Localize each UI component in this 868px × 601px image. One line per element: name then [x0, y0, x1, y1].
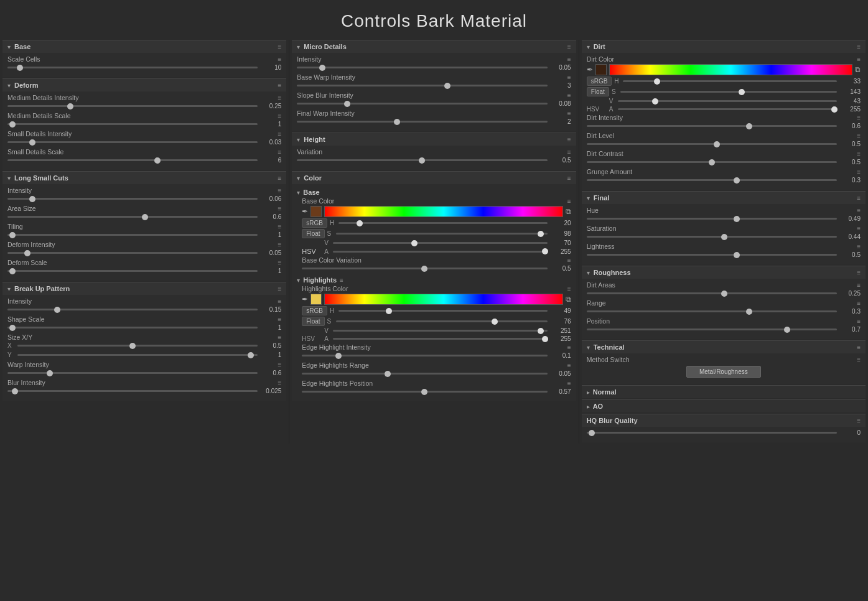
bup-x-track[interactable]	[17, 344, 258, 348]
menu-icon[interactable]: ≡	[278, 380, 281, 386]
menu-icon[interactable]: ≡	[567, 175, 571, 182]
menu-icon[interactable]: ≡	[567, 110, 571, 117]
menu-icon[interactable]: ≡	[340, 277, 343, 284]
dirt-v-track[interactable]	[618, 100, 837, 103]
section-dirt-header[interactable]: ▾ Dirt ≡	[582, 40, 866, 53]
medium-details-intensity-track[interactable]	[7, 105, 258, 108]
menu-icon[interactable]: ≡	[567, 136, 571, 143]
eyedropper-icon[interactable]: ✒	[302, 295, 308, 304]
menu-icon[interactable]: ≡	[567, 286, 571, 292]
menu-icon[interactable]: ≡	[857, 269, 861, 276]
hl-h-track[interactable]	[338, 309, 548, 313]
bup-y-track[interactable]	[17, 353, 258, 357]
menu-icon[interactable]: ≡	[278, 149, 281, 156]
dirt-float-button[interactable]: Float	[587, 87, 609, 96]
section-deform-header[interactable]: ▾ Deform ≡	[2, 78, 286, 91]
md-fwi-track[interactable]	[297, 120, 547, 124]
menu-icon[interactable]: ≡	[567, 92, 571, 99]
base-color-variation-track[interactable]	[302, 267, 547, 271]
dirt-srgb-button[interactable]: sRGB	[587, 77, 612, 86]
saturation-track[interactable]	[587, 235, 837, 239]
hue-track[interactable]	[587, 217, 837, 221]
section-long-small-cuts-header[interactable]: ▾ Long Small Cuts ≡	[2, 171, 286, 184]
lsc-deform-scale-track[interactable]	[7, 269, 258, 273]
grunge-amount-track[interactable]	[587, 179, 837, 182]
section-final-header[interactable]: ▾ Final ≡	[582, 191, 866, 204]
medium-details-scale-track[interactable]	[7, 123, 258, 126]
base-color-swatch[interactable]	[310, 206, 322, 217]
bup-warp-track[interactable]	[7, 371, 258, 375]
srgb-button[interactable]: sRGB	[302, 218, 327, 228]
hl-srgb-button[interactable]: sRGB	[302, 306, 327, 315]
menu-icon[interactable]: ≡	[278, 187, 281, 194]
section-hq-blur-header[interactable]: HQ Blur Quality ≡	[582, 414, 866, 427]
menu-icon[interactable]: ≡	[278, 259, 281, 266]
ehp-track[interactable]	[302, 390, 547, 394]
menu-icon[interactable]: ≡	[857, 300, 861, 307]
menu-icon[interactable]: ≡	[857, 225, 861, 232]
eyedropper-icon[interactable]: ✒	[587, 65, 593, 74]
section-micro-details-header[interactable]: ▾ Micro Details ≡	[292, 40, 576, 53]
md-intensity-track[interactable]	[297, 66, 547, 70]
menu-icon[interactable]: ≡	[857, 356, 861, 363]
section-ao-header[interactable]: ▸ AO	[582, 399, 866, 412]
dirt-a-track[interactable]	[618, 108, 837, 111]
menu-icon[interactable]: ≡	[278, 334, 281, 341]
base-v-track[interactable]	[333, 241, 547, 245]
base-h-track[interactable]	[338, 221, 548, 225]
hl-s-track[interactable]	[336, 320, 548, 324]
section-color-header[interactable]: ▾ Color ≡	[292, 171, 576, 184]
copy-icon[interactable]: ⧉	[566, 207, 571, 216]
hl-v-track[interactable]	[333, 329, 547, 333]
lsc-intensity-track[interactable]	[7, 197, 258, 201]
menu-icon[interactable]: ≡	[278, 241, 281, 248]
menu-icon[interactable]: ≡	[567, 344, 571, 351]
section-technical-header[interactable]: ▾ Technical ≡	[582, 340, 866, 353]
bup-intensity-track[interactable]	[7, 308, 258, 312]
hl-float-button[interactable]: Float	[302, 317, 324, 326]
menu-icon[interactable]: ≡	[567, 198, 571, 205]
hl-a-track[interactable]	[333, 337, 547, 341]
copy-icon[interactable]: ⧉	[566, 295, 571, 304]
menu-icon[interactable]: ≡	[857, 417, 861, 424]
range-track[interactable]	[587, 310, 837, 314]
menu-icon[interactable]: ≡	[567, 380, 571, 387]
menu-icon[interactable]: ≡	[278, 223, 281, 230]
menu-icon[interactable]: ≡	[567, 257, 571, 264]
menu-icon[interactable]: ≡	[278, 95, 281, 101]
menu-icon[interactable]: ≡	[278, 44, 281, 50]
menu-icon[interactable]: ≡	[567, 74, 571, 81]
copy-icon[interactable]: ⧉	[855, 65, 861, 74]
menu-icon[interactable]: ≡	[857, 169, 861, 175]
dirt-level-track[interactable]	[587, 142, 837, 146]
dirt-contrast-track[interactable]	[587, 161, 837, 164]
section-base-header[interactable]: ▾ Base ≡	[2, 40, 286, 53]
menu-icon[interactable]: ≡	[278, 286, 281, 292]
menu-icon[interactable]: ≡	[278, 175, 281, 182]
bup-blur-track[interactable]	[7, 389, 258, 393]
lsc-area-size-track[interactable]	[7, 215, 258, 219]
section-height-header[interactable]: ▾ Height ≡	[292, 133, 576, 146]
position-track[interactable]	[587, 328, 837, 332]
menu-icon[interactable]: ≡	[567, 362, 571, 369]
float-button[interactable]: Float	[302, 229, 324, 238]
lsc-deform-intensity-track[interactable]	[7, 251, 258, 255]
base-s-track[interactable]	[336, 232, 548, 236]
subsection-base-header[interactable]: ▾ Base	[297, 187, 571, 197]
scale-cells-menu[interactable]: ≡	[278, 56, 281, 63]
menu-icon[interactable]: ≡	[857, 151, 861, 157]
menu-icon[interactable]: ≡	[278, 298, 281, 305]
menu-icon[interactable]: ≡	[857, 56, 861, 63]
md-bwi-track[interactable]	[297, 84, 547, 88]
base-color-spectrum[interactable]	[324, 206, 562, 217]
dirt-color-swatch[interactable]	[595, 64, 607, 75]
metal-roughness-button[interactable]: Metal/Roughness	[686, 366, 761, 378]
menu-icon[interactable]: ≡	[857, 282, 861, 289]
menu-icon[interactable]: ≡	[567, 149, 571, 156]
small-details-scale-track[interactable]	[7, 159, 258, 162]
lightness-track[interactable]	[587, 253, 837, 257]
menu-icon[interactable]: ≡	[278, 316, 281, 323]
section-normal-header[interactable]: ▸ Normal	[582, 385, 866, 398]
dirt-intensity-track[interactable]	[587, 124, 837, 128]
menu-icon[interactable]: ≡	[857, 344, 861, 351]
